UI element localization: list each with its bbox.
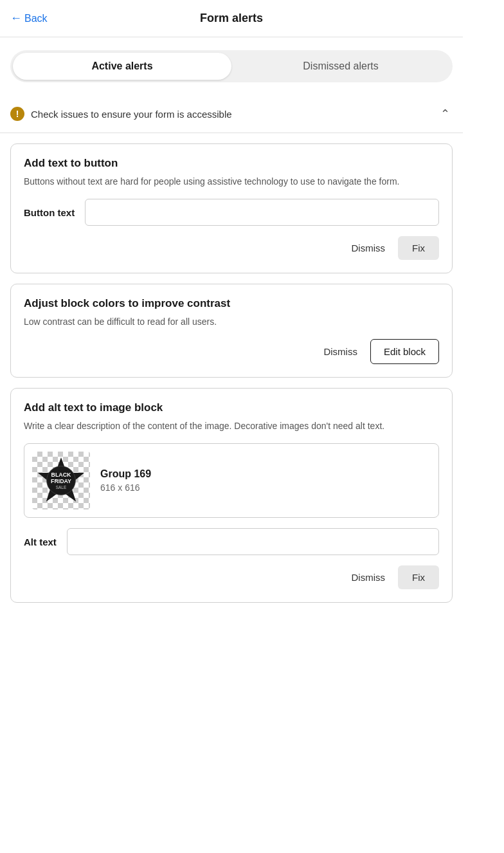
page-title: Form alerts <box>200 12 263 25</box>
button-text-label: Button text <box>24 207 75 218</box>
svg-text:SALE: SALE <box>56 485 66 490</box>
black-friday-badge-icon: BLACK FRIDAY SALE <box>35 455 87 506</box>
info-banner-text: Check issues to ensure your form is acce… <box>31 109 232 120</box>
back-label: Back <box>24 13 48 24</box>
alt-text-label: Alt text <box>24 537 57 547</box>
image-info: Group 169 616 x 616 <box>100 468 151 493</box>
svg-text:FRIDAY: FRIDAY <box>51 478 71 484</box>
alert-description-1: Buttons without text are hard for people… <box>24 175 439 188</box>
chevron-up-icon[interactable]: ⌃ <box>438 104 453 124</box>
tab-active-alerts[interactable]: Active alerts <box>13 53 231 80</box>
alert-description-2: Low contrast can be difficult to read fo… <box>24 315 439 329</box>
alert-title-2: Adjust block colors to improve contrast <box>24 297 439 310</box>
svg-text:BLACK: BLACK <box>51 472 71 478</box>
button-text-input[interactable] <box>85 199 439 226</box>
image-size: 616 x 616 <box>100 482 151 493</box>
back-button[interactable]: ← Back <box>10 12 48 25</box>
edit-block-button[interactable]: Edit block <box>370 339 439 364</box>
info-banner-left: ! Check issues to ensure your form is ac… <box>10 107 232 121</box>
tab-switcher: Active alerts Dismissed alerts <box>10 50 453 82</box>
alert-description-3: Write a clear description of the content… <box>24 419 439 433</box>
info-banner: ! Check issues to ensure your form is ac… <box>0 95 463 133</box>
image-thumbnail: BLACK FRIDAY SALE <box>32 452 90 509</box>
back-arrow-icon: ← <box>10 12 22 25</box>
dismiss-button-1[interactable]: Dismiss <box>349 237 388 259</box>
alt-text-input-row: Alt text <box>24 528 439 555</box>
dismiss-button-2[interactable]: Dismiss <box>321 341 360 362</box>
alert-card-adjust-colors: Adjust block colors to improve contrast … <box>10 284 453 378</box>
tab-dismissed-alerts[interactable]: Dismissed alerts <box>231 53 450 80</box>
card-3-actions: Dismiss Fix <box>24 565 439 589</box>
alt-text-input[interactable] <box>67 528 439 555</box>
alert-card-alt-text: Add alt text to image block Write a clea… <box>10 388 453 603</box>
header: ← Back Form alerts <box>0 0 463 37</box>
alert-title-1: Add text to button <box>24 157 439 170</box>
alerts-section: Add text to button Buttons without text … <box>0 133 463 613</box>
dismiss-button-3[interactable]: Dismiss <box>349 567 388 588</box>
fix-button-1[interactable]: Fix <box>398 236 439 260</box>
fix-button-3[interactable]: Fix <box>398 565 439 589</box>
card-2-actions: Dismiss Edit block <box>24 339 439 364</box>
image-preview-row: BLACK FRIDAY SALE Group 169 616 x 616 <box>24 443 439 518</box>
alert-card-add-text-to-button: Add text to button Buttons without text … <box>10 143 453 273</box>
image-name: Group 169 <box>100 468 151 480</box>
alert-title-3: Add alt text to image block <box>24 401 439 414</box>
card-1-actions: Dismiss Fix <box>24 236 439 260</box>
warning-icon: ! <box>10 107 24 121</box>
button-text-input-row: Button text <box>24 199 439 226</box>
